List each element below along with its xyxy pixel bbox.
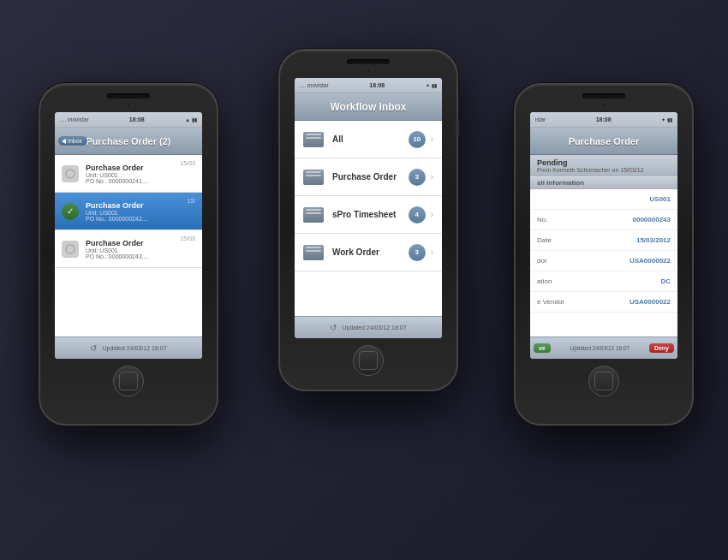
bluetooth-icon-right: ✦ [661,116,665,122]
chevron-spro: › [431,210,433,219]
speaker-center [347,59,390,64]
camera-left [125,102,132,109]
workflow-item-wo[interactable]: Work Order 3 › [295,234,442,271]
detail-value-unit: US001 [650,195,671,203]
workflow-label-wo: Work Order [332,247,409,257]
phone-right: istar 18:08 ✦ ▮▮ Purchase Order Pending … [514,83,694,426]
item-sub2-3: PO No.: 0000000243.... [86,253,180,259]
refresh-icon-left[interactable]: ↺ [90,343,97,353]
list-item-3[interactable]: Purchase Order Unit: US001 PO No.: 00000… [55,230,202,268]
item-date-3: 15/03 [180,235,195,241]
screen-center: .... movistar 18:08 ✦ ▮▮ Workflow Inbox [295,78,442,338]
item-title-3: Purchase Order [86,239,180,247]
item-sub1-1: Unit: US001 [86,172,180,178]
item-text-3: Purchase Order Unit: US001 PO No.: 00000… [86,239,180,259]
workflow-label-spro: sPro Timesheet [332,210,409,219]
list-item-2[interactable]: ✓ Purchase Order Unit: US001 PO No.: 000… [55,193,202,230]
home-button-left[interactable] [113,366,144,396]
footer-center: ↺ Updated 24/03/12 18:07 [295,316,442,338]
item-sub2-1: PO No.: 0000000241.... [86,178,180,184]
carrier-right: istar [535,116,546,122]
workflow-list: All 10 › Purchase Order 3 › sPro Tim [295,121,442,316]
screen-left: .... movistar 18:08 ▲ ▮▮ Inbox Purchase … [55,112,202,359]
battery-icon-center: ▮▮ [432,82,437,88]
speaker-left [107,93,150,98]
wifi-icon-left: ▲ [185,117,190,122]
workflow-badge-all: 10 [409,131,426,148]
detail-label-no: No. [537,216,547,223]
back-label-left: Inbox [68,138,82,144]
footer-text-left: Updated 24/03/12 18:07 [102,345,166,351]
detail-label-location: ation [537,277,552,285]
item-text-2: Purchase Order Unit: US001 PO No.: 00000… [86,201,187,222]
phone-left: .... movistar 18:08 ▲ ▮▮ Inbox Purchase … [39,83,218,426]
list-item-1[interactable]: Purchase Order Unit: US001 PO No.: 00000… [55,155,202,193]
status-icons-right: ✦ ▮▮ [661,116,672,122]
time-right: 18:08 [596,116,612,122]
camera-right [600,102,607,109]
deny-button[interactable]: Deny [649,343,674,353]
section-header-right: ail Information [530,176,677,189]
chevron-wo: › [431,247,433,257]
item-title-2: Purchase Order [86,201,187,210]
home-button-right[interactable] [588,366,619,396]
item-sub2-2: PO No.: 0000000242.... [86,216,187,222]
detail-value-location: DC [660,277,671,285]
status-bar-center: .... movistar 18:08 ✦ ▮▮ [295,78,442,93]
battery-icon-left: ▮▮ [192,116,197,122]
chevron-po: › [431,172,433,182]
home-button-center[interactable] [353,345,384,376]
carrier-center: .... movistar [300,82,329,88]
nav-title-left: Purchase Order (2) [86,136,170,146]
svg-point-1 [66,245,75,253]
nav-bar-right: Purchase Order [530,128,677,155]
phones-container: .... movistar 18:08 ▲ ▮▮ Inbox Purchase … [13,15,715,545]
back-button-left[interactable]: Inbox [58,136,87,146]
bluetooth-icon-center: ✦ [426,82,430,88]
detail-row-date: Date 15/03/2012 [530,230,677,251]
detail-row-vendor: dor USA0000022 [530,251,677,271]
phone-center: .... movistar 18:08 ✦ ▮▮ Workflow Inbox [278,49,458,391]
detail-row-evendor: e Vendor USA0000022 [530,292,677,313]
approve-button[interactable]: ve [534,343,551,353]
item-check-2: ✓ [62,203,79,220]
speaker-right [582,93,625,98]
svg-point-0 [66,170,75,178]
detail-value-evendor: USA0000022 [630,298,671,306]
item-sub1-2: Unit: US001 [86,210,187,216]
workflow-icon-all [303,132,324,147]
workflow-icon-spro [303,207,324,223]
time-center: 18:08 [369,82,385,88]
footer-right: ve Updated 24/03/12 18:07 Deny [530,337,677,359]
workflow-badge-spro: 4 [409,206,426,223]
workflow-item-spro[interactable]: sPro Timesheet 4 › [295,196,442,234]
nav-bar-left: Inbox Purchase Order (2) [55,128,202,155]
item-icon-1 [62,165,79,182]
home-inner-left [119,372,138,390]
back-arrow-left [62,139,66,144]
battery-icon-right: ▮▮ [667,116,672,122]
detail-row-location: ation DC [530,271,677,292]
home-inner-center [359,351,378,370]
side-button-center[interactable] [456,119,459,136]
workflow-badge-wo: 3 [409,244,426,261]
workflow-icon-po [303,170,324,185]
list-left: Purchase Order Unit: US001 PO No.: 00000… [55,155,202,337]
home-inner-right [594,372,613,390]
workflow-badge-po: 3 [409,169,426,186]
item-sub1-3: Unit: US001 [86,247,180,253]
status-icons-left: ▲ ▮▮ [185,116,197,122]
footer-text-center: Updated 24/03/12 18:07 [342,325,406,331]
detail-row-unit: US001 [530,189,677,210]
refresh-icon-center[interactable]: ↺ [330,323,337,332]
detail-value-date: 15/03/2012 [636,236,671,244]
detail-value-no: 0000000243 [633,216,671,223]
status-bar-right: istar 18:08 ✦ ▮▮ [530,112,677,128]
item-date-1: 15/03 [180,160,195,166]
workflow-item-all[interactable]: All 10 › [295,121,442,158]
nav-title-center: Workflow Inbox [330,101,406,113]
carrier-left: .... movistar [60,116,89,122]
workflow-item-po[interactable]: Purchase Order 3 › [295,158,442,196]
detail-label-vendor: dor [537,257,547,265]
item-date-2: 15/ [187,198,195,204]
